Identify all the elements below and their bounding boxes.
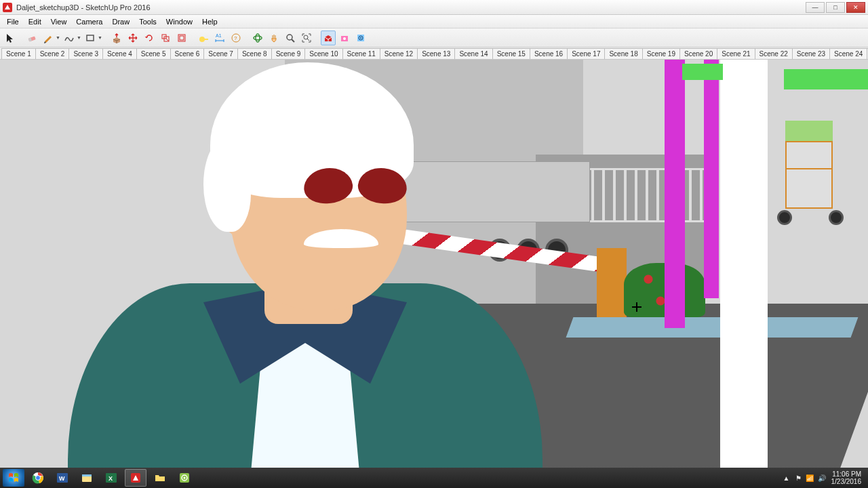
svg-point-7 — [199, 37, 205, 42]
tool-freehand[interactable] — [62, 30, 77, 45]
person-model — [41, 60, 542, 472]
scene-tab-8[interactable]: Scene 8 — [237, 48, 272, 59]
tool-dropdown-chevron-icon[interactable]: ▼ — [57, 35, 60, 40]
taskbar-clock[interactable]: 11:06 PM 1/23/2016 — [831, 470, 862, 485]
curb — [566, 317, 859, 338]
scene-tab-14[interactable]: Scene 14 — [454, 48, 492, 59]
orbit-icon — [252, 33, 263, 43]
scene-tab-13[interactable]: Scene 13 — [417, 48, 455, 59]
pointer-icon — [5, 33, 16, 43]
svg-point-34 — [184, 477, 186, 479]
scene-tab-9[interactable]: Scene 9 — [271, 48, 306, 59]
menu-edit[interactable]: Edit — [24, 16, 45, 27]
application-window: Daljet_sketchup3D - SketchUp Pro 2016 — … — [0, 0, 868, 468]
svg-text:A1: A1 — [216, 33, 222, 38]
tool-dropdown-chevron-icon[interactable]: ▼ — [78, 35, 81, 40]
menu-draw[interactable]: Draw — [108, 16, 134, 27]
start-button[interactable] — [3, 469, 24, 487]
scene-tab-17[interactable]: Scene 17 — [567, 48, 605, 59]
tool-tape-measure[interactable] — [196, 30, 211, 45]
clock-date: 1/23/2016 — [831, 478, 862, 485]
tool-dimension[interactable]: A1 — [212, 30, 227, 45]
scene-tab-1[interactable]: Scene 1 — [1, 48, 36, 59]
tool-pencil[interactable] — [41, 30, 56, 45]
scene-tab-18[interactable]: Scene 18 — [604, 48, 642, 59]
svg-text:X: X — [108, 475, 113, 482]
scene-tab-3[interactable]: Scene 3 — [68, 48, 103, 59]
menu-window[interactable]: Window — [162, 16, 197, 27]
menu-file[interactable]: File — [3, 16, 23, 27]
tool-scale[interactable] — [158, 30, 173, 45]
menu-help[interactable]: Help — [198, 16, 222, 27]
svg-rect-2 — [87, 35, 94, 41]
tool-zoom[interactable] — [283, 30, 298, 45]
taskbar-app-camtasia[interactable] — [174, 469, 195, 487]
scene-tab-20[interactable]: Scene 20 — [679, 48, 717, 59]
menu-tools[interactable]: Tools — [135, 16, 161, 27]
close-button[interactable]: ✕ — [846, 2, 865, 13]
tool-offset[interactable] — [174, 30, 189, 45]
scene-tab-22[interactable]: Scene 22 — [755, 48, 793, 59]
tool-pan[interactable] — [267, 30, 281, 45]
model-viewport[interactable] — [0, 60, 868, 472]
toolbar: ▼▼▼A1? — [0, 28, 868, 47]
scene-tab-6[interactable]: Scene 6 — [170, 48, 205, 59]
flag-icon[interactable]: ⚑ — [795, 474, 802, 482]
tool-zoom-extents[interactable] — [299, 30, 314, 45]
scene-tab-16[interactable]: Scene 16 — [530, 48, 568, 59]
menubar: FileEditViewCameraDrawToolsWindowHelp — [0, 15, 868, 28]
app-icon — [3, 3, 12, 12]
sunglass-lens — [356, 165, 408, 205]
person-sunglasses — [304, 168, 412, 209]
network-icon[interactable]: 📶 — [806, 474, 814, 482]
taskbar-app-folder[interactable] — [149, 469, 171, 487]
tool-extension-warehouse[interactable] — [337, 30, 352, 45]
wheel-icon — [829, 210, 844, 225]
scene-tab-11[interactable]: Scene 11 — [342, 48, 380, 59]
svg-point-24 — [36, 476, 41, 481]
taskbar-app-explorer[interactable] — [76, 469, 98, 487]
scene-tab-21[interactable]: Scene 21 — [717, 48, 755, 59]
scene-tab-4[interactable]: Scene 4 — [102, 48, 137, 59]
tool-move[interactable] — [125, 30, 140, 45]
chrome-icon — [31, 471, 45, 485]
speaker-icon[interactable]: 🔊 — [818, 474, 826, 482]
window-root: Daljet_sketchup3D - SketchUp Pro 2016 — … — [0, 0, 868, 488]
scene-tab-10[interactable]: Scene 10 — [304, 48, 342, 59]
show-hidden-icons[interactable]: ▲ — [783, 474, 790, 482]
taskbar-app-sketchup[interactable] — [125, 469, 146, 487]
pan-icon — [269, 33, 279, 43]
scene-tab-15[interactable]: Scene 15 — [492, 48, 530, 59]
scene-tab-19[interactable]: Scene 19 — [642, 48, 680, 59]
menu-camera[interactable]: Camera — [72, 16, 106, 27]
scene-tab-5[interactable]: Scene 5 — [136, 48, 171, 59]
maximize-button[interactable]: □ — [826, 2, 845, 13]
tool-orbit[interactable] — [250, 30, 265, 45]
sunglass-lens — [302, 165, 354, 205]
tool-dropdown-chevron-icon[interactable]: ▼ — [99, 35, 102, 40]
tool-3d-warehouse[interactable] — [321, 30, 336, 45]
scene-tab-2[interactable]: Scene 2 — [35, 48, 70, 59]
tool-push-pull[interactable] — [109, 30, 124, 45]
barrier-post — [597, 248, 627, 328]
rotate-icon — [144, 33, 155, 43]
explorer-icon — [80, 471, 94, 485]
tool-component-options[interactable] — [353, 30, 368, 45]
clock-time: 11:06 PM — [831, 470, 862, 478]
tool-eraser[interactable] — [24, 30, 39, 45]
tool-text[interactable]: ? — [229, 30, 243, 45]
taskbar-app-chrome[interactable] — [27, 469, 49, 487]
minimize-button[interactable]: — — [806, 2, 825, 13]
menu-view[interactable]: View — [47, 16, 71, 27]
svg-point-12 — [254, 36, 262, 40]
tool-rotate[interactable] — [142, 30, 157, 45]
scene-tab-24[interactable]: Scene 24 — [829, 48, 867, 59]
taskbar-app-word[interactable]: W — [52, 469, 73, 487]
scene-tab-12[interactable]: Scene 12 — [380, 48, 418, 59]
scaffold-lift — [785, 141, 833, 209]
scene-tab-7[interactable]: Scene 7 — [203, 48, 238, 59]
scene-tab-23[interactable]: Scene 23 — [792, 48, 830, 59]
taskbar-app-excel[interactable]: X — [100, 469, 122, 487]
tool-rectangle[interactable] — [83, 30, 98, 45]
tool-pointer[interactable] — [3, 30, 18, 45]
